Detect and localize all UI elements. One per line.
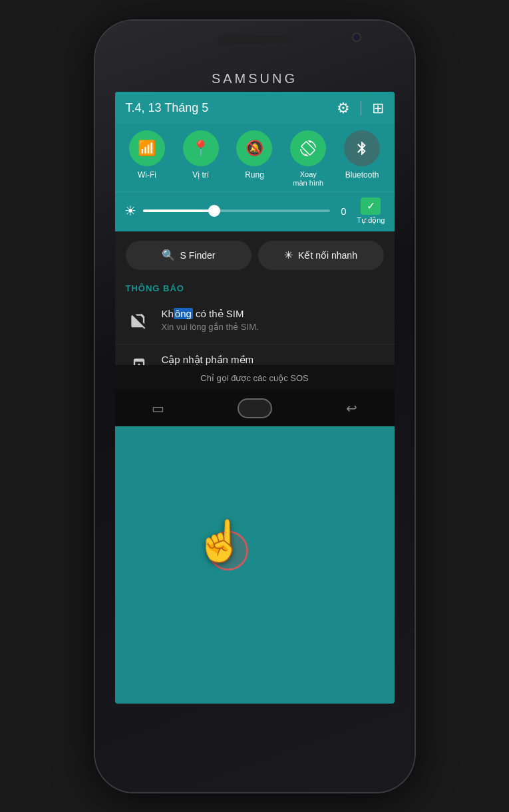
sim-notification-item[interactable]: Không có thẻ SIM Xin vui lòng gắn thẻ SI… (115, 299, 395, 344)
toggle-rotate[interactable]: Xoaymàn hình (284, 130, 332, 188)
toggle-location[interactable]: 📍 Vị trí (177, 130, 225, 188)
main-panel: 🔍 S Finder ✳ Kết nối nhanh THÔNG BÁO (115, 231, 395, 390)
phone-camera (352, 33, 361, 42)
brightness-thumb (208, 205, 220, 217)
ripple-effect (208, 531, 248, 571)
bottom-status-text: Chỉ gọi được các cuộc SOS (200, 373, 308, 383)
location-icon-circle: 📍 (183, 130, 219, 166)
auto-check-box: ✓ (361, 198, 381, 215)
auto-label: Tự động (357, 216, 385, 225)
brightness-value: 0 (337, 205, 350, 217)
quick-connect-label: Kết nối nhanh (298, 250, 357, 261)
toggle-mute[interactable]: 🔕 Rung (230, 130, 278, 188)
home-button[interactable] (238, 398, 272, 418)
bluetooth-icon-circle (344, 130, 380, 166)
recent-apps-icon[interactable]: ▭ (152, 400, 164, 416)
brightness-slider[interactable] (143, 209, 331, 212)
sim-icon-wrap (126, 308, 152, 335)
location-label: Vị trí (192, 170, 209, 180)
bluetooth-label: Bluetooth (345, 170, 379, 180)
rotate-label: Xoaymàn hình (293, 170, 323, 188)
header-divider (361, 101, 361, 116)
auto-toggle[interactable]: ✓ Tự động (357, 198, 385, 225)
bottom-status-bar: Chỉ gọi được các cuộc SOS (115, 365, 395, 390)
mute-icon-circle: 🔕 (236, 130, 272, 166)
phone-screen: T.4, 13 Tháng 5 ⚙ ⊞ 📶 Wi-Fi 📍 Vị trí (115, 92, 395, 704)
settings-icon[interactable]: ⚙ (337, 100, 350, 117)
wifi-icon-circle: 📶 (129, 130, 165, 166)
update-notification-title: Cập nhật phần mềm (162, 354, 384, 366)
samsung-logo: SAMSUNG (212, 71, 297, 86)
toggle-wifi[interactable]: 📶 Wi-Fi (123, 130, 171, 188)
grid-icon[interactable]: ⊞ (372, 100, 384, 117)
quick-connect-button[interactable]: ✳ Kết nối nhanh (258, 241, 384, 270)
s-finder-icon: 🔍 (162, 249, 175, 261)
nav-bar: ▭ ↩ (115, 390, 395, 426)
rotate-icon-circle (290, 130, 326, 166)
wifi-label: Wi-Fi (138, 170, 156, 180)
quick-panel-header: T.4, 13 Tháng 5 ⚙ ⊞ (115, 92, 395, 124)
phone-bottom (95, 704, 415, 792)
brightness-icon: ☀ (124, 203, 136, 219)
phone-body: SAMSUNG T.4, 13 Tháng 5 ⚙ ⊞ 📶 Wi-Fi (95, 21, 415, 792)
sim-notification-title: Không có thẻ SIM (162, 308, 384, 320)
s-finder-button[interactable]: 🔍 S Finder (126, 241, 252, 270)
toggle-bluetooth[interactable]: Bluetooth (338, 130, 386, 188)
mute-label: Rung (245, 170, 264, 180)
phone-speaker (218, 35, 291, 45)
s-finder-label: S Finder (180, 250, 216, 261)
cursor-hand-icon: ☝ (195, 517, 245, 565)
date-label: T.4, 13 Tháng 5 (126, 101, 209, 115)
sim-notification-subtitle: Xin vui lòng gắn thẻ SIM. (162, 322, 384, 332)
sim-notification-text: Không có thẻ SIM Xin vui lòng gắn thẻ SI… (162, 308, 384, 332)
brightness-fill (143, 209, 214, 212)
notifications-section-title: THÔNG BÁO (115, 279, 395, 299)
quick-toggles-row: 📶 Wi-Fi 📍 Vị trí 🔕 Rung (115, 124, 395, 192)
quick-connect-icon: ✳ (284, 249, 293, 261)
header-icons: ⚙ ⊞ (337, 100, 384, 117)
brightness-row: ☀ 0 ✓ Tự động (115, 192, 395, 231)
buttons-row: 🔍 S Finder ✳ Kết nối nhanh (115, 231, 395, 279)
back-icon[interactable]: ↩ (346, 400, 357, 416)
phone-top-bar (95, 21, 415, 39)
